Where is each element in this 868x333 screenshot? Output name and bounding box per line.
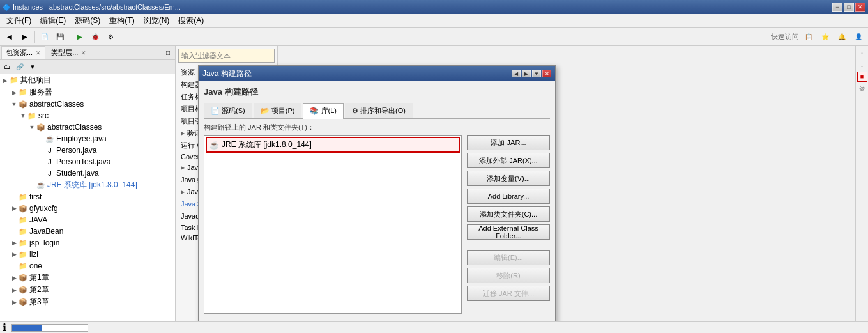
tree-expand-icon[interactable]: ▼	[10, 100, 18, 108]
tree-expand-icon[interactable]: ▶	[10, 286, 18, 294]
toolbar-icon-2[interactable]: ⭐	[818, 30, 832, 44]
tree-expand-icon[interactable]	[10, 193, 18, 201]
close-button[interactable]: ✕	[855, 3, 865, 12]
tree-expand-icon[interactable]	[28, 182, 36, 189]
tree-item[interactable]: ▶📁服务器	[0, 86, 175, 98]
menu-file[interactable]: 文件(F)	[3, 14, 35, 27]
tree-item[interactable]: ☕Employee.java	[0, 133, 175, 144]
tree-item[interactable]: JStudent.java	[0, 167, 175, 179]
tree-item[interactable]: ▶📁lizi	[0, 249, 175, 260]
jar-list[interactable]: ☕JRE 系统库 [jdk1.8.0_144]	[204, 135, 462, 314]
tree-expand-icon[interactable]	[37, 158, 45, 166]
action-button-3[interactable]: Add Library...	[467, 189, 550, 204]
tree-expand-icon[interactable]	[37, 135, 45, 143]
settings-button[interactable]: ⚙	[103, 30, 118, 44]
tree-expand-icon[interactable]	[10, 216, 18, 224]
tree-node-icon: 📦	[18, 203, 28, 213]
right-sidebar: ↑ ↓ ■ @	[855, 46, 868, 321]
tree-item[interactable]: JPerson.java	[0, 144, 175, 156]
right-btn-1[interactable]: ↑	[857, 49, 867, 59]
tree-expand-icon[interactable]: ▶	[10, 298, 18, 306]
forward-button[interactable]: ▶	[18, 30, 32, 44]
maximize-button[interactable]: □	[844, 3, 854, 12]
tree-item[interactable]: ▶📦第1章	[0, 272, 175, 284]
link-button[interactable]: 🔗	[14, 61, 26, 73]
dialog-tab-2[interactable]: 📚 库(L)	[303, 103, 344, 119]
action-button-1[interactable]: 添加外部 JAR(X)...	[467, 153, 550, 168]
save-button[interactable]: 💾	[53, 30, 67, 44]
tree-expand-icon[interactable]: ▶	[10, 205, 18, 212]
tree-node-label: src	[38, 111, 49, 120]
action-button-2[interactable]: 添加变量(V)...	[467, 171, 550, 186]
minimize-panel-button[interactable]: _	[149, 47, 161, 59]
tree-expand-icon[interactable]: ▶	[10, 239, 18, 247]
tree-node-label: gfyuxcfg	[29, 204, 58, 213]
dialog-nav-fwd[interactable]: ▶	[522, 70, 531, 77]
action-button-5[interactable]: Add External Class Folder...	[467, 224, 550, 240]
dialog-tab-1[interactable]: 📂 项目(P)	[254, 103, 302, 118]
maximize-panel-button[interactable]: □	[162, 47, 174, 59]
menu-search[interactable]: 搜索(A)	[174, 14, 208, 27]
tree-item[interactable]: 📁JAVA	[0, 214, 175, 226]
tree-item[interactable]: ▶📁其他项目	[0, 74, 175, 86]
tree-expand-icon[interactable]: ▼	[28, 123, 36, 131]
tree-item[interactable]: ▼📦abstractClasses	[0, 98, 175, 110]
toolbar-icon-4[interactable]: 👤	[851, 30, 865, 44]
debug-button[interactable]: 🐞	[88, 30, 102, 44]
dialog-nav-back[interactable]: ◀	[512, 70, 521, 77]
tree-item[interactable]: ▼📦abstractClasses	[0, 121, 175, 133]
nav-filter-input[interactable]	[178, 49, 275, 63]
collapse-all-button[interactable]: 🗂	[1, 61, 13, 73]
filter-button[interactable]: ▼	[27, 61, 38, 73]
back-button[interactable]: ◀	[3, 30, 17, 44]
tree-item[interactable]: ▶📦第2章	[0, 284, 175, 296]
tree-item[interactable]: 📁JavaBean	[0, 226, 175, 237]
run-button[interactable]: ▶	[73, 30, 87, 44]
jar-icon: ☕	[209, 141, 219, 150]
dialog-tab-3[interactable]: ⚙ 排序和导出(O)	[345, 103, 413, 118]
tree-expand-icon[interactable]	[10, 262, 18, 270]
tree-item[interactable]: ▶📦gfyuxcfg	[0, 203, 175, 214]
tree-item[interactable]: JPersonTest.java	[0, 156, 175, 167]
tree-node-icon: 📁	[18, 249, 28, 259]
tree-item[interactable]: ▼📁src	[0, 110, 175, 121]
tree-expand-icon[interactable]: ▼	[19, 112, 27, 120]
menu-navigate[interactable]: 浏览(N)	[140, 14, 174, 27]
dialog-close-button[interactable]: ✕	[542, 70, 551, 77]
right-btn-red[interactable]: ■	[857, 72, 867, 82]
toolbar-icon-3[interactable]: 🔔	[835, 30, 849, 44]
tree-item[interactable]: ▶📦第3章	[0, 296, 175, 308]
new-button[interactable]: 📄	[38, 30, 52, 44]
minimize-button[interactable]: −	[832, 3, 842, 12]
tree-expand-icon[interactable]: ▶	[10, 274, 18, 282]
tree-expand-icon[interactable]: ▶	[10, 89, 18, 97]
jar-entry-0[interactable]: ☕JRE 系统库 [jdk1.8.0_144]	[206, 137, 460, 153]
tree-expand-icon[interactable]	[37, 146, 45, 154]
action-button-4[interactable]: 添加类文件夹(C)...	[467, 206, 550, 222]
tree-item[interactable]: 📁one	[0, 260, 175, 272]
tree-item[interactable]: ☕JRE 系统库 [jdk1.8.0_144]	[0, 179, 175, 191]
dialog-tab-0[interactable]: 📄 源码(S)	[204, 103, 252, 118]
tree-expand-icon[interactable]	[37, 169, 45, 177]
menu-edit[interactable]: 编辑(E)	[36, 14, 70, 27]
tree-item[interactable]: 📁first	[0, 191, 175, 203]
right-btn-2[interactable]: ↓	[857, 60, 867, 70]
tab-close-icon-2[interactable]: ✕	[81, 50, 86, 56]
tree-expand-icon[interactable]	[10, 228, 18, 235]
tree-expand-icon[interactable]: ▶	[1, 77, 9, 84]
tab-close-icon[interactable]: ✕	[36, 50, 41, 56]
menu-source[interactable]: 源码(S)	[71, 14, 104, 27]
action-button-0[interactable]: 添加 JAR...	[467, 135, 550, 150]
tree-node-label: jsp_login	[29, 238, 59, 247]
right-btn-3[interactable]: @	[857, 83, 867, 93]
tree-item[interactable]: ▶📁jsp_login	[0, 237, 175, 249]
progress-inner	[12, 325, 42, 331]
tree-expand-icon[interactable]: ▶	[10, 251, 18, 258]
tree-node-icon: ☕	[36, 180, 46, 190]
project-tree[interactable]: ▶📁其他项目▶📁服务器▼📦abstractClasses▼📁src▼📦abstr…	[0, 74, 175, 321]
toolbar-icon-1[interactable]: 📋	[802, 30, 816, 44]
tab-package-explorer[interactable]: 包资源... ✕	[1, 46, 45, 59]
menu-refactor[interactable]: 重构(T)	[105, 14, 138, 27]
dialog-dropdown[interactable]: ▼	[532, 70, 541, 77]
tab-type-hierarchy[interactable]: 类型层... ✕	[47, 46, 91, 59]
